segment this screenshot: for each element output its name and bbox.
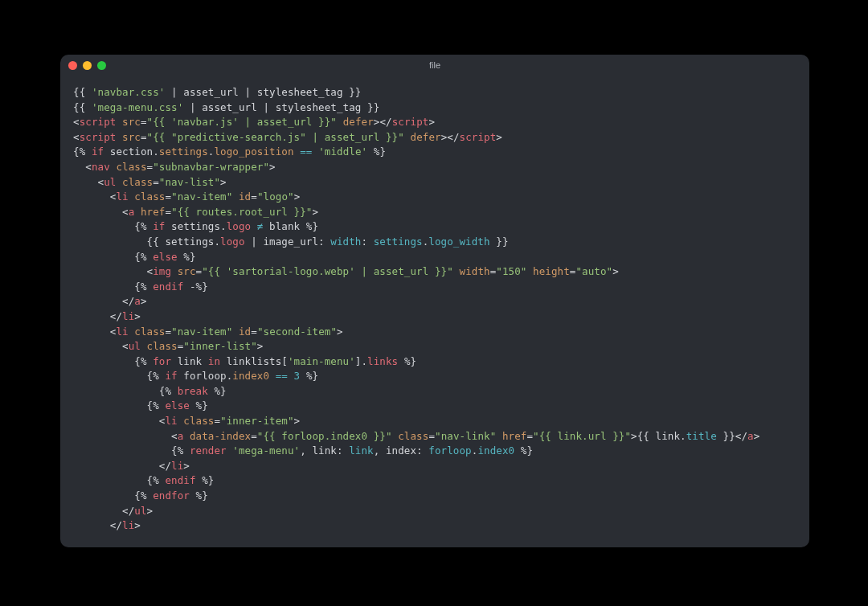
code-token: </ xyxy=(73,460,171,472)
code-token: script xyxy=(460,131,497,143)
code-line: {% endif -%} xyxy=(73,280,796,295)
code-token: class xyxy=(116,161,146,173)
code-token: forloop xyxy=(428,444,471,457)
code-token: < xyxy=(73,206,129,218)
code-token: ></ xyxy=(441,131,460,143)
code-token: 'main-menu' xyxy=(288,355,355,367)
code-token: {% xyxy=(73,474,165,486)
code-token: index0 xyxy=(232,370,269,382)
code-token: data-index xyxy=(190,430,251,442)
code-line: </ul> xyxy=(73,504,796,519)
code-token: title xyxy=(686,430,717,442)
code-token: > xyxy=(754,430,760,442)
code-token: {{ settings. xyxy=(73,235,220,248)
code-token: logo_position xyxy=(214,145,293,158)
code-token: "nav-link" xyxy=(435,430,496,442)
code-line: {% if forloop.index0 == 3 %} xyxy=(73,369,796,384)
code-token: > xyxy=(269,161,276,173)
code-token: = xyxy=(214,415,220,427)
code-token: = xyxy=(165,326,171,338)
code-token: "inner-item" xyxy=(220,415,294,427)
code-token xyxy=(313,145,319,158)
code-line: {% endfor %} xyxy=(73,489,796,504)
code-token: defer xyxy=(411,131,441,143)
code-token: "inner-list" xyxy=(183,340,257,352)
code-token: links xyxy=(367,355,398,367)
code-line: {% break %} xyxy=(73,384,796,399)
code-token xyxy=(116,131,122,143)
code-line: <img src="{{ 'sartorial-logo.webp' | ass… xyxy=(73,264,796,280)
code-token: script xyxy=(80,116,117,128)
code-token: | asset_url | stylesheet_tag }} xyxy=(183,101,379,113)
code-token: a xyxy=(747,430,754,442)
code-token: logo xyxy=(227,220,252,232)
code-token xyxy=(288,370,294,382)
code-token: class xyxy=(398,430,428,442)
code-token xyxy=(116,176,122,188)
code-token: {{ xyxy=(73,86,92,98)
code-token: {% xyxy=(73,370,165,382)
code-token: href xyxy=(141,206,166,218)
code-token xyxy=(404,131,411,143)
code-line: {{ settings.logo | image_url: width: set… xyxy=(73,235,796,250)
code-token: %} xyxy=(190,489,208,502)
code-token: else xyxy=(165,399,190,412)
code-token: in xyxy=(208,355,220,367)
code-token: render xyxy=(190,444,227,457)
code-token: 'navbar.css' xyxy=(92,86,166,98)
code-token: "{{ "predictive-search.js" | asset_url }… xyxy=(147,131,404,143)
code-token: %} xyxy=(367,145,386,158)
code-token: nav xyxy=(92,161,110,173)
code-token: %} xyxy=(208,385,227,397)
code-token: "{{ 'sartorial-logo.webp' | asset_url }}… xyxy=(202,265,453,277)
code-token: width xyxy=(330,235,361,248)
code-token: blank %} xyxy=(263,220,318,232)
code-token xyxy=(232,326,239,338)
code-line: <script src="{{ "predictive-search.js" |… xyxy=(73,130,796,145)
code-token: script xyxy=(392,116,429,128)
code-token: = xyxy=(165,206,171,218)
code-token: = xyxy=(251,326,257,338)
code-token: >{{ link. xyxy=(631,430,686,442)
code-token: break xyxy=(178,385,208,397)
code-token: "auto" xyxy=(575,265,612,277)
code-token: link xyxy=(171,355,208,367)
code-token: < xyxy=(73,430,178,442)
code-token: "{{ link.url }}" xyxy=(533,430,631,442)
code-token: class xyxy=(134,326,165,338)
code-token: {% xyxy=(73,444,190,457)
code-token: settings xyxy=(374,235,423,248)
code-token: "nav-item" xyxy=(171,326,232,338)
code-token: src xyxy=(178,265,196,277)
code-token: > xyxy=(337,326,343,338)
code-token: "logo" xyxy=(257,190,294,203)
minimize-icon[interactable] xyxy=(83,61,92,70)
code-token: </ xyxy=(73,505,134,517)
code-token xyxy=(171,265,178,277)
code-line: <li class="inner-item"> xyxy=(73,414,796,429)
zoom-icon[interactable] xyxy=(97,61,106,70)
code-token: = xyxy=(428,430,435,442)
code-token: < xyxy=(73,161,92,173)
code-token: = xyxy=(251,430,257,442)
code-token: < xyxy=(73,265,153,277)
code-token xyxy=(526,265,533,277)
code-token: script xyxy=(80,131,117,143)
code-token: "{{ 'navbar.js' | asset_url }}" xyxy=(147,116,337,128)
code-token xyxy=(251,220,257,232)
close-icon[interactable] xyxy=(68,61,77,70)
code-token: {% xyxy=(73,220,153,232)
code-token: 'mega-menu.css' xyxy=(92,101,183,113)
code-token: src xyxy=(122,131,141,143)
code-token: logo_width xyxy=(428,235,489,248)
code-token: "subnavbar-wrapper" xyxy=(153,161,269,173)
code-token xyxy=(141,340,147,352)
code-token: < xyxy=(73,415,165,427)
code-token xyxy=(134,206,141,218)
code-token xyxy=(337,116,343,128)
code-token: forloop. xyxy=(178,370,233,382)
code-area[interactable]: {{ 'navbar.css' | asset_url | stylesheet… xyxy=(60,76,809,547)
code-line: </li> xyxy=(73,459,796,474)
code-token: ul xyxy=(134,505,146,517)
code-token: id xyxy=(239,190,251,203)
